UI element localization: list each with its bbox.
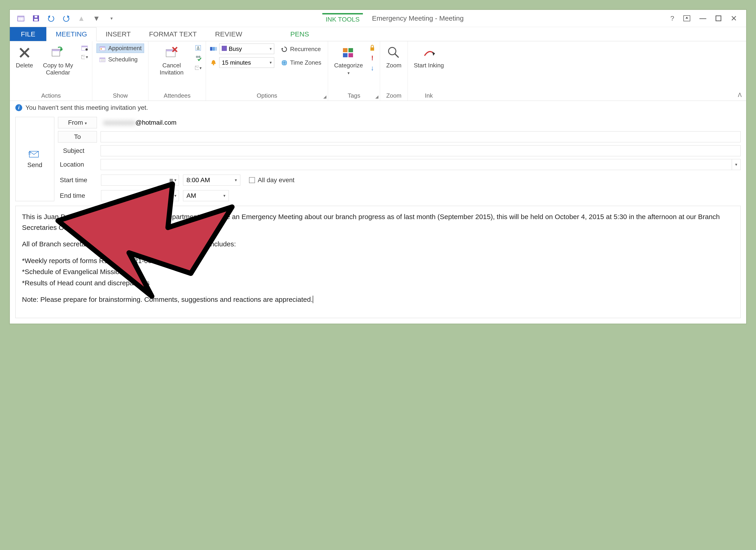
- svg-point-35: [196, 56, 198, 58]
- show-as-combo[interactable]: Busy▾: [210, 44, 274, 54]
- ribbon: Delete Copy to My Calendar ▾ Actions App…: [10, 41, 746, 101]
- svg-rect-6: [34, 19, 38, 21]
- show-as-icon: [210, 45, 217, 52]
- copy-to-calendar-button[interactable]: Copy to My Calendar: [39, 44, 77, 77]
- to-button[interactable]: To: [58, 131, 97, 142]
- scheduling-button[interactable]: Scheduling: [96, 55, 140, 64]
- down-arrow-icon[interactable]: ▼: [92, 14, 101, 22]
- ink-icon: [421, 45, 437, 60]
- options-dialog-launcher-icon[interactable]: ◢: [323, 94, 326, 99]
- undo-icon[interactable]: [47, 14, 55, 22]
- svg-rect-39: [210, 47, 212, 51]
- response-options-icon[interactable]: ▾: [195, 65, 202, 71]
- subject-label: Subject: [58, 145, 97, 156]
- svg-rect-18: [82, 46, 88, 47]
- tab-review[interactable]: REVIEW: [206, 27, 251, 41]
- globe-icon: [281, 59, 288, 66]
- end-time-value: AM: [186, 192, 196, 199]
- info-icon: i: [15, 104, 22, 111]
- svg-rect-47: [343, 48, 348, 52]
- check-names-icon[interactable]: [195, 55, 202, 61]
- send-button[interactable]: Send: [15, 117, 54, 201]
- close-icon[interactable]: ✕: [731, 14, 737, 23]
- zoom-label: Zoom: [386, 62, 401, 69]
- tab-file[interactable]: FILE: [10, 27, 46, 41]
- svg-marker-43: [281, 48, 283, 50]
- svg-rect-16: [52, 49, 60, 51]
- group-tags: Categorize▾ ! ↓ Tags ◢: [328, 41, 380, 101]
- reminder-combo[interactable]: 15 minutes▾: [210, 57, 274, 68]
- info-text: You haven't sent this meeting invitation…: [25, 104, 148, 111]
- high-importance-icon[interactable]: !: [369, 55, 376, 61]
- quick-access-toolbar: ▲ ▼ ▾: [10, 14, 116, 22]
- low-importance-icon[interactable]: ↓: [369, 65, 376, 71]
- categorize-icon: [341, 45, 356, 60]
- categorize-button[interactable]: Categorize▾: [332, 44, 365, 77]
- group-show: Appointment Scheduling Show: [92, 41, 148, 101]
- cancel-invitation-button[interactable]: Cancel Invitation: [153, 44, 191, 77]
- tab-insert[interactable]: INSERT: [96, 27, 140, 41]
- calendar-small-icon[interactable]: [81, 44, 88, 51]
- start-inking-button[interactable]: Start Inking: [412, 44, 446, 70]
- from-button[interactable]: From ▾: [58, 117, 97, 128]
- tags-dialog-launcher-icon[interactable]: ◢: [375, 94, 378, 99]
- calendar-icon[interactable]: [17, 14, 25, 22]
- ribbon-tabs: FILE MEETING INSERT FORMAT TEXT REVIEW P…: [10, 27, 746, 41]
- to-input[interactable]: [101, 131, 741, 142]
- redo-icon[interactable]: [62, 14, 70, 22]
- all-day-checkbox[interactable]: [249, 177, 255, 183]
- message-body[interactable]: This is Juan D. Smith Local Secretary of…: [15, 206, 741, 318]
- forward-small-icon[interactable]: ▾: [81, 54, 88, 60]
- ribbon-display-icon[interactable]: [683, 15, 690, 21]
- qat-customize-icon[interactable]: ▾: [107, 14, 116, 22]
- zoom-button[interactable]: Zoom: [384, 44, 403, 70]
- end-date-input[interactable]: ▦ ▾: [101, 190, 179, 201]
- delete-button[interactable]: Delete: [14, 44, 35, 70]
- window-title: Emergency Meeting - Meeting: [372, 14, 464, 22]
- appointment-icon: [99, 45, 106, 52]
- collapse-ribbon-icon[interactable]: ᐱ: [738, 92, 742, 98]
- tab-pens[interactable]: PENS: [281, 27, 318, 41]
- location-dropdown-icon[interactable]: ▾: [732, 159, 740, 170]
- group-ink: Start Inking Ink: [408, 41, 450, 101]
- svg-rect-50: [348, 53, 353, 57]
- group-ink-label: Ink: [412, 91, 446, 99]
- appointment-button[interactable]: Appointment: [96, 44, 144, 53]
- subject-input[interactable]: [101, 145, 741, 156]
- svg-point-33: [197, 46, 199, 48]
- time-zones-button[interactable]: Time Zones: [278, 58, 324, 67]
- minimize-icon[interactable]: —: [699, 14, 706, 22]
- help-icon[interactable]: ?: [670, 14, 674, 22]
- svg-rect-40: [213, 47, 215, 51]
- recurrence-button[interactable]: Recurrence: [278, 44, 324, 54]
- svg-point-36: [198, 56, 200, 58]
- group-attendees: Cancel Invitation ▾ Attendees: [148, 41, 206, 101]
- tab-format-text[interactable]: FORMAT TEXT: [140, 27, 206, 41]
- bell-icon: [210, 59, 217, 66]
- all-day-label: All day event: [258, 176, 294, 184]
- group-actions-label: Actions: [14, 91, 88, 99]
- svg-rect-23: [101, 48, 102, 49]
- reminder-value: 15 minutes: [222, 59, 251, 66]
- body-bullet-3: *Results of Head count and discrepancies: [22, 278, 734, 289]
- start-date-input[interactable]: ▦ ▾: [101, 175, 179, 186]
- text-cursor: [313, 296, 313, 303]
- tab-meeting[interactable]: MEETING: [46, 27, 96, 41]
- save-icon[interactable]: [32, 14, 40, 22]
- group-tags-label: Tags: [332, 91, 376, 99]
- start-time-input[interactable]: 8:00 AM▾: [183, 175, 240, 186]
- address-book-icon[interactable]: [195, 44, 202, 51]
- cancel-invitation-icon: [164, 45, 179, 60]
- title-bar: ▲ ▼ ▾ INK TOOLS Emergency Meeting - Meet…: [10, 10, 746, 27]
- private-icon[interactable]: [369, 44, 376, 51]
- svg-rect-1: [18, 16, 24, 17]
- svg-rect-12: [716, 16, 721, 21]
- svg-rect-20: [82, 55, 85, 59]
- maximize-icon[interactable]: [715, 15, 721, 21]
- delete-label: Delete: [16, 62, 33, 69]
- cancel-invitation-label: Cancel Invitation: [154, 62, 189, 76]
- compose-header: Send From ▾ xxxxxxxxxx@hotmail.com To Su…: [10, 115, 746, 204]
- end-time-input[interactable]: AM▾: [183, 190, 229, 201]
- svg-marker-11: [685, 17, 688, 19]
- location-input[interactable]: ▾: [101, 159, 741, 170]
